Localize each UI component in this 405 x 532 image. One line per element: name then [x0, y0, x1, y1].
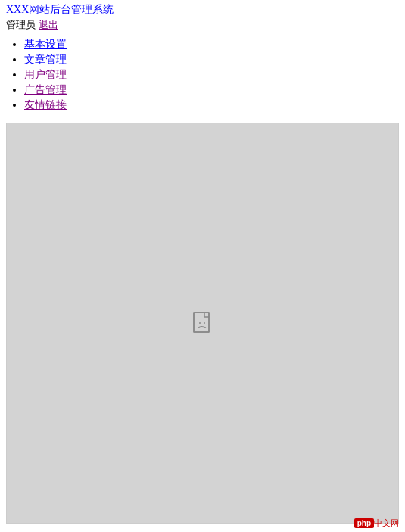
- broken-image-icon: [191, 311, 215, 335]
- nav-article-management[interactable]: 文章管理: [24, 54, 67, 65]
- list-item: 广告管理: [24, 83, 399, 97]
- php-badge: php: [354, 518, 374, 528]
- logout-link[interactable]: 退出: [39, 18, 58, 32]
- list-item: 友情链接: [24, 98, 399, 112]
- php-site: 中文网: [374, 518, 399, 529]
- nav-ad-management[interactable]: 广告管理: [24, 84, 67, 95]
- content-area: [6, 123, 399, 524]
- nav-basic-settings[interactable]: 基本设置: [24, 39, 67, 50]
- list-item: 用户管理: [24, 68, 399, 82]
- nav-list: 基本设置 文章管理 用户管理 广告管理 友情链接: [6, 38, 399, 112]
- nav: 基本设置 文章管理 用户管理 广告管理 友情链接: [0, 33, 405, 117]
- footer: php 中文网: [354, 518, 399, 529]
- list-item: 文章管理: [24, 53, 399, 67]
- list-item: 基本设置: [24, 38, 399, 51]
- nav-friendly-links[interactable]: 友情链接: [24, 99, 67, 110]
- header: XXX网站后台管理系统 管理员 退出: [0, 0, 405, 33]
- svg-rect-0: [194, 313, 209, 332]
- svg-point-6: [199, 322, 201, 324]
- nav-user-management[interactable]: 用户管理: [24, 69, 67, 80]
- admin-bar: 管理员 退出: [6, 18, 399, 32]
- svg-point-7: [204, 322, 205, 324]
- admin-label: 管理员: [6, 18, 36, 32]
- site-title[interactable]: XXX网站后台管理系统: [6, 3, 399, 17]
